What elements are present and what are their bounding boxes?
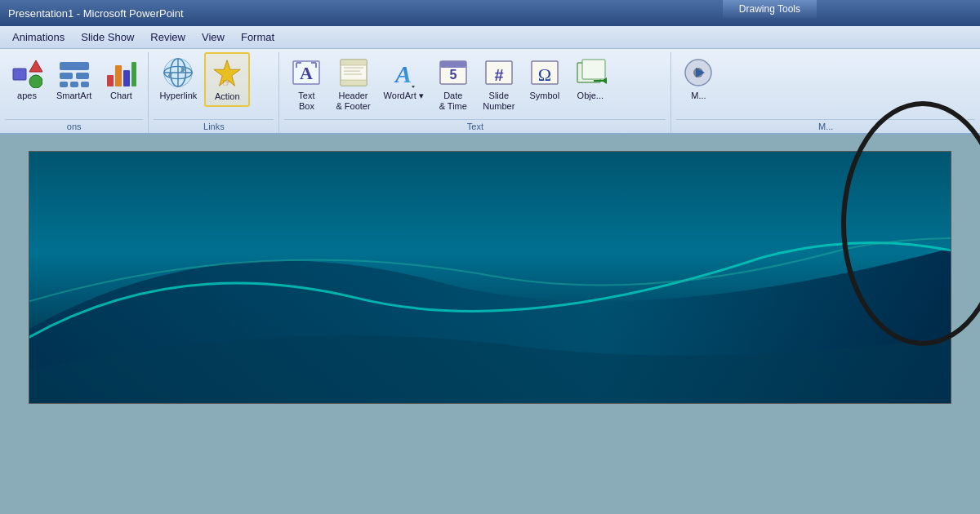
media-label: M... <box>691 91 706 101</box>
slidenumber-button[interactable]: # SlideNumber <box>477 52 521 116</box>
menu-bar: Animations Slide Show Review View Format <box>0 26 980 49</box>
svg-point-2 <box>29 75 42 88</box>
object-label: Obje... <box>577 91 604 101</box>
svg-text:☞: ☞ <box>222 77 232 89</box>
svg-rect-6 <box>60 82 68 87</box>
ribbon: apes SmartArt <box>0 49 980 135</box>
media-group-label: M... <box>676 119 975 133</box>
svg-rect-9 <box>107 75 114 86</box>
shapes-icon <box>11 56 43 89</box>
media-icon <box>682 56 715 89</box>
svg-rect-7 <box>70 82 78 87</box>
links-group-label: Links <box>154 119 274 133</box>
svg-text:#: # <box>494 66 503 84</box>
svg-rect-0 <box>13 69 26 80</box>
chart-label: Chart <box>110 91 132 101</box>
ribbon-group-media: M... M... <box>671 52 980 133</box>
symbol-label: Symbol <box>529 91 559 101</box>
drawing-tools-badge: Drawing Tools <box>723 0 817 18</box>
svg-rect-28 <box>341 80 367 86</box>
shapes-label: apes <box>17 91 37 101</box>
hyperlink-button[interactable]: Hyperlink <box>154 52 203 105</box>
title-bar-text: Presentation1 - Microsoft PowerPoint <box>8 7 972 20</box>
smartart-icon <box>58 56 91 89</box>
slidenumber-icon: # <box>483 56 515 89</box>
text-group-label: Text <box>284 119 666 133</box>
datetime-icon: 5 ⏱ <box>437 56 470 89</box>
datetime-label: Date& Time <box>439 91 467 112</box>
slidenumber-label: SlideNumber <box>483 91 514 112</box>
wordart-label: WordArt ▾ <box>384 91 424 101</box>
svg-text:⏱: ⏱ <box>457 67 463 74</box>
svg-text:A: A <box>394 60 412 87</box>
title-bar: Presentation1 - Microsoft PowerPoint Dra… <box>0 0 980 26</box>
menu-animations[interactable]: Animations <box>4 28 73 47</box>
headerfooter-button[interactable]: Header& Footer <box>330 52 376 116</box>
slide-area <box>0 135 980 514</box>
svg-rect-43 <box>582 60 605 79</box>
ribbon-group-links: Hyperlink ☞ Action Links <box>149 52 279 133</box>
menu-format[interactable]: Format <box>233 28 283 47</box>
svg-text:A: A <box>300 63 313 83</box>
svg-rect-5 <box>76 73 89 79</box>
headerfooter-icon <box>337 56 370 89</box>
svg-rect-8 <box>81 82 89 87</box>
ribbon-group-illustrations: apes SmartArt <box>0 52 149 133</box>
hyperlink-label: Hyperlink <box>159 91 197 101</box>
svg-marker-1 <box>29 60 42 72</box>
svg-rect-4 <box>60 73 73 79</box>
symbol-icon: Ω <box>528 56 561 89</box>
object-button[interactable]: Obje... <box>568 52 612 105</box>
svg-rect-11 <box>123 70 130 86</box>
svg-rect-27 <box>341 60 367 65</box>
textbox-button[interactable]: A TextBox <box>284 52 328 116</box>
textbox-icon: A <box>290 56 323 89</box>
chart-icon <box>105 56 137 89</box>
shapes-button[interactable]: apes <box>5 52 49 105</box>
headerfooter-label: Header& Footer <box>336 91 370 112</box>
svg-marker-33 <box>412 86 415 88</box>
svg-rect-10 <box>115 65 122 86</box>
action-button[interactable]: ☞ Action <box>204 52 250 107</box>
menu-review[interactable]: Review <box>142 28 194 47</box>
smartart-label: SmartArt <box>56 91 91 101</box>
ribbon-group-text: A TextBox <box>279 52 671 133</box>
smartart-button[interactable]: SmartArt <box>51 52 97 105</box>
symbol-button[interactable]: Ω Symbol <box>523 52 567 105</box>
media-button[interactable]: M... <box>676 52 720 105</box>
textbox-label: TextBox <box>298 91 314 112</box>
illustrations-group-label: ons <box>5 119 143 133</box>
action-label: Action <box>215 91 240 102</box>
action-icon: ☞ <box>211 57 243 90</box>
wordart-icon: A <box>387 56 420 89</box>
slide-canvas <box>29 151 951 404</box>
hyperlink-icon <box>162 56 194 89</box>
menu-slideshow[interactable]: Slide Show <box>73 28 142 47</box>
svg-rect-12 <box>131 62 136 86</box>
svg-text:Ω: Ω <box>538 64 551 85</box>
wordart-button[interactable]: A WordArt ▾ <box>378 52 430 105</box>
svg-rect-3 <box>60 62 89 70</box>
menu-view[interactable]: View <box>194 28 233 47</box>
datetime-button[interactable]: 5 ⏱ Date& Time <box>431 52 475 116</box>
chart-button[interactable]: Chart <box>99 52 143 105</box>
object-icon <box>574 56 607 89</box>
